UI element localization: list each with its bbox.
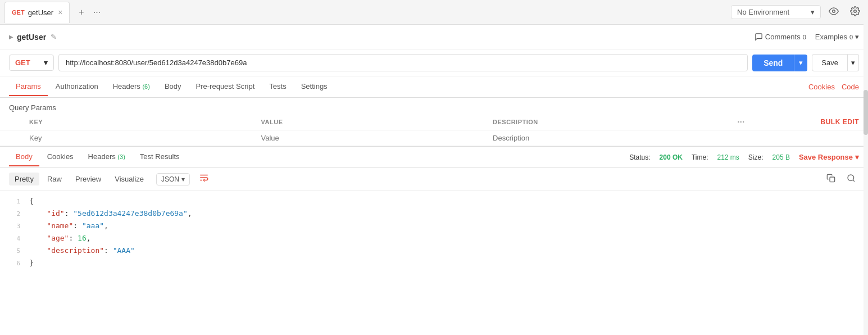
response-time: 212 ms	[717, 153, 739, 161]
format-label: JSON	[161, 175, 179, 183]
examples-label: Examples	[815, 33, 847, 41]
method-selector[interactable]: GET ▾	[9, 55, 54, 71]
word-wrap-button[interactable]	[196, 171, 212, 187]
send-chevron-icon: ▾	[799, 58, 803, 67]
view-visualize-button[interactable]: Visualize	[109, 173, 149, 185]
tab-body[interactable]: Body	[158, 78, 188, 96]
method-value: GET	[15, 58, 30, 67]
request-name-right: Comments 0 Examples 0 ▾	[755, 33, 859, 41]
status-code: 200 OK	[660, 153, 683, 161]
tab-params-label: Params	[16, 82, 41, 90]
eye-icon-button[interactable]	[825, 4, 842, 21]
search-response-button[interactable]	[843, 172, 859, 187]
col-key-header: KEY	[22, 114, 255, 130]
resp-tab-headers[interactable]: Headers (3)	[81, 148, 132, 166]
json-line-4: 4 "age": 16,	[0, 232, 868, 245]
format-selector[interactable]: JSON ▾	[156, 173, 190, 185]
query-params-title: Query Params	[0, 98, 868, 114]
more-options-button[interactable]: ···	[91, 5, 103, 20]
response-status-bar: Status: 200 OK Time: 212 ms Size: 205 B …	[629, 153, 859, 161]
time-label: Time:	[692, 153, 708, 161]
tab-prerequest-label: Pre-request Script	[196, 82, 255, 90]
comments-label: Comments	[765, 33, 801, 41]
response-toolbar-right	[823, 172, 859, 187]
tab-tests[interactable]: Tests	[262, 78, 293, 96]
request-name-bar: ▶ getUser ✎ Comments 0 Examples 0 ▾	[0, 25, 868, 49]
resp-tab-cookies[interactable]: Cookies	[40, 148, 80, 166]
comments-button[interactable]: Comments 0	[755, 33, 806, 41]
cookies-link[interactable]: Cookies	[808, 83, 835, 91]
send-dropdown-button[interactable]: ▾	[794, 55, 807, 71]
app-layout: GET getUser × + ··· No Environment ▾	[0, 0, 868, 335]
format-chevron-icon: ▾	[181, 175, 185, 183]
view-raw-button[interactable]: Raw	[42, 173, 67, 185]
tab-request-name: getUser	[28, 8, 54, 17]
examples-button[interactable]: Examples 0 ▾	[815, 33, 859, 41]
request-tabs-right: Cookies Code	[808, 83, 859, 91]
request-tab[interactable]: GET getUser ×	[4, 2, 70, 23]
copy-response-button[interactable]	[823, 172, 839, 187]
tab-authorization[interactable]: Authorization	[49, 78, 105, 96]
json-line-3: 3 "name": "aaa",	[0, 220, 868, 232]
resp-tab-body-label: Body	[16, 152, 33, 161]
view-preview-button[interactable]: Preview	[70, 173, 107, 185]
response-tabs: Body Cookies Headers (3) Test Results St…	[0, 147, 868, 168]
json-line-2: 2 "id": "5ed612d3a4247e38d0b7e69a",	[0, 207, 868, 220]
save-dropdown-button[interactable]: ▾	[848, 54, 859, 71]
size-label: Size:	[748, 153, 764, 161]
scrollbar-track[interactable]	[864, 0, 868, 335]
edit-name-icon[interactable]: ✎	[51, 33, 57, 41]
svg-rect-4	[830, 177, 835, 182]
add-tab-button[interactable]: +	[76, 5, 86, 20]
tab-body-label: Body	[165, 82, 181, 90]
svg-line-6	[853, 180, 855, 182]
resp-tab-body[interactable]: Body	[9, 148, 39, 166]
send-button[interactable]: Send	[752, 55, 794, 71]
environment-label: No Environment	[737, 8, 789, 16]
json-line-5: 5 "description": "AAA"	[0, 245, 868, 257]
tab-close-button[interactable]: ×	[58, 8, 62, 16]
scrollbar-thumb[interactable]	[864, 90, 868, 135]
comments-count: 0	[803, 34, 806, 40]
description-input[interactable]	[493, 134, 711, 142]
save-button[interactable]: Save	[812, 54, 848, 71]
method-chevron-icon: ▾	[44, 58, 48, 67]
save-button-group: Save ▾	[812, 54, 859, 71]
top-right-controls: No Environment ▾	[731, 4, 864, 21]
response-body-toolbar: Pretty Raw Preview Visualize JSON ▾	[0, 168, 868, 191]
tab-settings-label: Settings	[301, 82, 328, 90]
save-chevron-icon: ▾	[851, 58, 855, 67]
svg-point-1	[854, 10, 857, 12]
col-desc-header: DESCRIPTION	[486, 114, 718, 130]
collapse-arrow-icon: ▶	[9, 34, 13, 40]
params-empty-row	[0, 130, 868, 146]
resp-tab-testresults[interactable]: Test Results	[133, 148, 187, 166]
tab-tests-label: Tests	[269, 82, 286, 90]
resp-tab-testresults-label: Test Results	[140, 152, 180, 161]
response-section: Body Cookies Headers (3) Test Results St…	[0, 146, 868, 335]
save-response-button[interactable]: Save Response ▾	[799, 153, 859, 161]
tab-headers[interactable]: Headers (6)	[106, 78, 157, 96]
examples-chevron-icon: ▾	[855, 33, 859, 41]
url-bar: GET ▾ Send ▾ Save ▾	[0, 49, 868, 76]
resp-tab-headers-label: Headers (3)	[88, 152, 125, 161]
tab-authorization-label: Authorization	[56, 82, 98, 90]
save-response-chevron-icon: ▾	[855, 153, 859, 161]
bulk-edit-button[interactable]: Bulk Edit	[821, 118, 860, 126]
tab-params[interactable]: Params	[9, 78, 48, 96]
json-response-body: 1 { 2 "id": "5ed612d3a4247e38d0b7e69a", …	[0, 191, 868, 335]
environment-selector[interactable]: No Environment ▾	[731, 5, 821, 19]
params-more-icon[interactable]: ···	[737, 117, 744, 126]
url-input[interactable]	[58, 54, 748, 71]
tab-prerequest[interactable]: Pre-request Script	[189, 78, 262, 96]
key-input[interactable]	[29, 134, 248, 142]
query-params-table: KEY VALUE DESCRIPTION ··· Bulk Edit	[0, 114, 868, 146]
tab-settings[interactable]: Settings	[294, 78, 334, 96]
svg-point-0	[833, 10, 835, 12]
code-link[interactable]: Code	[842, 83, 859, 91]
tab-method-label: GET	[12, 9, 25, 16]
value-input[interactable]	[261, 134, 480, 142]
settings-icon-button[interactable]	[847, 4, 864, 21]
environment-chevron-icon: ▾	[811, 8, 815, 16]
view-pretty-button[interactable]: Pretty	[9, 173, 39, 185]
